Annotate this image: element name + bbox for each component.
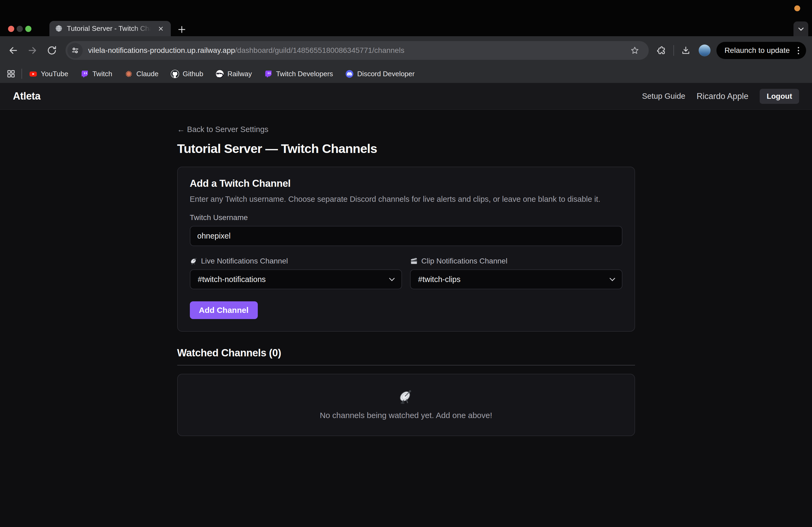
browser-window: Tutorial Server - Twitch Chann (0, 0, 812, 527)
chevron-down-icon (609, 275, 615, 281)
bookmark-twitch-developers[interactable]: Twitch Developers (264, 70, 333, 78)
discord-icon (345, 70, 354, 78)
refresh-icon[interactable] (45, 43, 59, 58)
browser-tab[interactable]: Tutorial Server - Twitch Chann (49, 21, 171, 36)
url-domain: vilela-notifications-production.up.railw… (88, 46, 235, 55)
close-window-button[interactable] (8, 26, 14, 32)
add-card-title: Add a Twitch Channel (190, 178, 622, 189)
traffic-lights (8, 26, 31, 32)
new-tab-button[interactable] (176, 24, 188, 35)
tab-search-button[interactable] (794, 21, 808, 36)
url-path: /dashboard/guild/1485655180086345771/cha… (235, 46, 404, 55)
fullscreen-window-button[interactable] (25, 26, 31, 32)
bookmarks-divider (21, 69, 22, 79)
watched-divider (177, 365, 635, 365)
brand-logo[interactable]: Atleta (13, 90, 41, 102)
back-to-server-settings-link[interactable]: ← Back to Server Settings (177, 125, 635, 134)
clip-channel-select[interactable]: #twitch-clips (410, 269, 622, 289)
forward-icon[interactable] (25, 43, 40, 58)
bookmark-github[interactable]: Github (171, 70, 203, 78)
chevron-down-icon (389, 275, 395, 281)
bookmark-discord-developer[interactable]: Discord Developer (345, 70, 415, 78)
url-text: vilela-notifications-production.up.railw… (88, 46, 404, 55)
watched-channels-title: Watched Channels (0) (177, 347, 635, 359)
page-body: Atleta Setup Guide Ricardo Apple Logout … (0, 83, 812, 527)
satellite-antenna-icon (398, 388, 414, 404)
browser-toolbar: vilela-notifications-production.up.railw… (0, 36, 812, 65)
site-settings-icon[interactable] (68, 43, 83, 58)
add-channel-card: Add a Twitch Channel Enter any Twitch us… (177, 167, 635, 332)
setup-guide-link[interactable]: Setup Guide (642, 92, 685, 101)
chrome-menu-kebab-icon[interactable] (795, 45, 802, 56)
address-bar[interactable]: vilela-notifications-production.up.railw… (66, 41, 649, 60)
satellite-antenna-icon (190, 257, 198, 265)
twitch-username-input[interactable] (190, 226, 622, 246)
back-icon[interactable] (6, 43, 20, 58)
clapper-board-icon (410, 257, 418, 265)
downloads-icon[interactable] (679, 44, 693, 57)
toolbar-divider (673, 45, 674, 56)
bookmark-twitch[interactable]: Twitch (81, 70, 112, 78)
youtube-icon (29, 70, 37, 78)
relaunch-label: Relaunch to update (724, 46, 790, 55)
watched-channels-empty-card: No channels being watched yet. Add one a… (177, 374, 635, 436)
tab-close-icon[interactable] (156, 24, 165, 33)
clip-channel-label: Clip Notifications Channel (410, 257, 622, 266)
add-card-description: Enter any Twitch username. Choose separa… (190, 195, 622, 204)
bookmark-claude[interactable]: Claude (125, 70, 158, 78)
bookmark-youtube[interactable]: YouTube (29, 70, 68, 78)
live-channel-label: Live Notifications Channel (190, 257, 402, 266)
bookmarks-bar: YouTube Twitch Claude Github (0, 65, 812, 83)
relaunch-to-update-button[interactable]: Relaunch to update (716, 42, 806, 59)
twitch-icon (81, 70, 89, 78)
twitch-icon (264, 70, 273, 78)
claude-icon (125, 70, 133, 78)
live-channel-select[interactable]: #twitch-notifications (190, 269, 402, 289)
railway-icon (216, 70, 224, 78)
minimize-window-button[interactable] (17, 26, 23, 32)
apps-grid-icon[interactable] (6, 69, 16, 78)
update-available-dot (794, 5, 800, 11)
user-name: Ricardo Apple (697, 91, 748, 101)
globe-icon (55, 25, 63, 33)
add-channel-button[interactable]: Add Channel (190, 301, 258, 319)
bookmark-railway[interactable]: Railway (216, 70, 252, 78)
page-title: Tutorial Server — Twitch Channels (177, 141, 635, 156)
username-label: Twitch Username (190, 213, 622, 222)
profile-avatar[interactable] (699, 45, 710, 56)
toolbar-right-cluster: Relaunch to update (653, 42, 806, 59)
extensions-puzzle-icon[interactable] (655, 44, 669, 57)
logout-button[interactable]: Logout (760, 89, 799, 104)
bookmark-star-icon[interactable] (628, 44, 642, 57)
site-header: Atleta Setup Guide Ricardo Apple Logout (0, 83, 812, 110)
tab-strip: Tutorial Server - Twitch Chann (0, 0, 812, 36)
github-icon (171, 70, 179, 78)
empty-state-text: No channels being watched yet. Add one a… (320, 411, 492, 420)
tab-title: Tutorial Server - Twitch Chann (67, 25, 153, 33)
